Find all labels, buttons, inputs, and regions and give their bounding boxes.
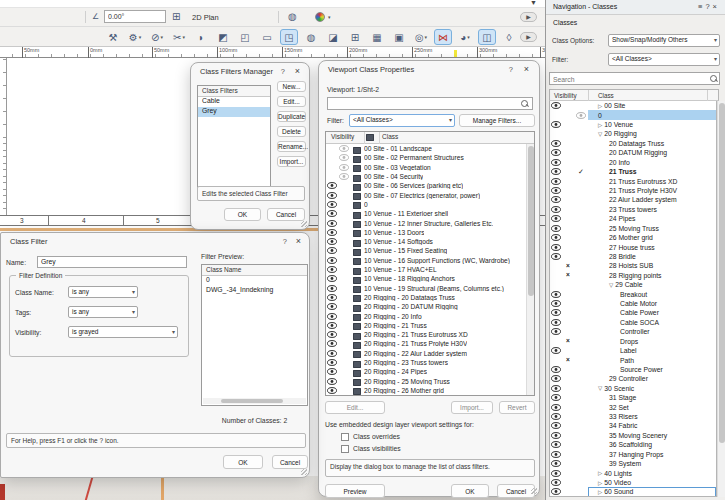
preview-class-item[interactable]: DWG_-34_Inndekning <box>202 286 307 296</box>
class-row[interactable]: 20 DATUM Rigging <box>550 148 716 157</box>
close-icon[interactable]: × <box>296 236 301 246</box>
render-style-caret-icon[interactable]: ▾ <box>328 14 331 20</box>
close-icon[interactable]: × <box>524 64 529 74</box>
class-label[interactable]: 21 Truss Eurotruss XD <box>588 176 716 185</box>
cancel-button[interactable]: Cancel <box>497 484 535 498</box>
delete-button[interactable]: Delete <box>277 126 306 137</box>
render-style-icon[interactable] <box>315 12 325 22</box>
visibility-eye-icon[interactable] <box>550 375 562 382</box>
monitor-clock-icon[interactable]: ◫ <box>478 29 496 45</box>
class-row[interactable]: Cable Motor <box>550 299 716 308</box>
class-label[interactable]: 35 Moving Scenery <box>588 431 716 440</box>
visibility-eye-icon[interactable] <box>550 206 562 213</box>
duplicate-button[interactable]: Duplicate <box>277 111 306 122</box>
toolbar-collapse-icon[interactable]: ▼ <box>530 0 537 6</box>
dialog-title[interactable]: Class Filter <box>1 233 309 249</box>
invisible-x-icon[interactable]: × <box>562 337 574 345</box>
visibility-eye-icon[interactable] <box>326 322 338 329</box>
ok-button[interactable]: OK <box>223 455 263 469</box>
class-row[interactable]: ▽20 Rigging <box>550 129 716 138</box>
class-row[interactable]: 28 Bridle <box>550 252 716 261</box>
class-label[interactable]: Cable Motor <box>588 299 716 308</box>
class-row[interactable]: ▽29 Cable <box>550 280 716 289</box>
visibility-eye-icon[interactable] <box>550 470 562 477</box>
class-row[interactable]: 33 Risers <box>550 412 716 421</box>
visibility-eye-icon[interactable] <box>550 488 562 495</box>
visibility-eye-icon[interactable] <box>550 253 562 260</box>
class-row[interactable]: 27 House truss <box>550 242 716 251</box>
class-label[interactable]: 39 System <box>588 459 716 468</box>
visibility-eye-icon[interactable] <box>550 385 562 392</box>
dialog-title[interactable]: Class Filters Manager <box>191 63 309 79</box>
visibility-eye-icon[interactable] <box>326 220 338 227</box>
visibility-eye-icon[interactable] <box>326 247 338 254</box>
import-button[interactable]: Import... <box>451 401 493 414</box>
edit-button[interactable]: Edit... <box>325 401 385 414</box>
class-row[interactable]: Controller <box>550 327 716 336</box>
visibility-eye-icon[interactable] <box>550 178 562 185</box>
class-label[interactable]: 20 DATUM Rigging <box>588 148 716 157</box>
class-row[interactable]: Label <box>550 346 716 355</box>
visibility-eye-icon[interactable] <box>326 378 338 385</box>
visibility-eye-icon[interactable] <box>550 479 562 486</box>
class-label[interactable]: 28 Rigging points <box>588 271 716 280</box>
visibility-eye-icon[interactable] <box>550 432 562 439</box>
class-row[interactable]: 21 Truss Prolyte H30V <box>550 186 716 195</box>
class-row[interactable]: ▷10 Venue <box>550 120 716 129</box>
class-label[interactable]: ▷00 Site <box>588 101 716 110</box>
class-tree-list[interactable]: ▷00 Site0▷10 Venue▽20 Rigging20 Datatags… <box>549 101 717 497</box>
tab-classes[interactable]: Classes <box>553 19 577 26</box>
class-row[interactable]: Breakout <box>550 289 716 298</box>
visibility-eye-icon[interactable] <box>326 359 338 366</box>
class-row[interactable]: 21 Truss Eurotruss XD <box>550 176 716 185</box>
class-label[interactable]: ▽29 Cable <box>588 280 716 289</box>
visibility-eye-icon[interactable] <box>550 460 562 467</box>
rotation-angle-input[interactable] <box>104 10 166 23</box>
class-row[interactable]: ×28 Rigging points <box>550 271 716 280</box>
class-label[interactable]: 23 Truss towers <box>588 205 716 214</box>
visibility-condition-dropdown[interactable]: is grayed▾ <box>68 326 178 338</box>
nav-filter-dropdown[interactable]: <All Classes>▾ <box>608 53 720 66</box>
visibility-dim-icon[interactable] <box>338 145 350 152</box>
visibility-eye-icon[interactable] <box>326 294 338 301</box>
toolbar-overflow-icon[interactable]: ▶ <box>520 12 537 22</box>
class-label[interactable]: 29 Controller <box>588 374 716 383</box>
class-label[interactable]: Breakout <box>588 289 716 298</box>
class-row[interactable]: 20 Info <box>550 158 716 167</box>
filter-name-input[interactable]: Grey <box>37 256 187 268</box>
class-row[interactable]: ▷40 Lights <box>550 468 716 477</box>
class-row[interactable]: ▽30 Scenic <box>550 384 716 393</box>
ok-button[interactable]: OK <box>451 484 489 498</box>
rectangle-tool-icon[interactable]: ▭ <box>258 29 276 45</box>
pen-circle-icon[interactable]: ◎▾ <box>412 29 430 45</box>
class-label[interactable]: Cable Power <box>588 308 716 317</box>
resize-grip[interactable] <box>301 469 307 475</box>
visibility-eye-icon[interactable] <box>550 319 562 326</box>
class-row[interactable]: 23 Truss towers <box>550 205 716 214</box>
visibility-eye-icon[interactable] <box>550 121 562 128</box>
close-icon[interactable]: × <box>713 2 720 11</box>
visibility-eye-icon[interactable] <box>550 187 562 194</box>
clip-cube-icon[interactable]: ⊘▾ <box>148 29 166 45</box>
invisible-x-icon[interactable]: × <box>562 356 574 364</box>
crop-tool-icon[interactable]: ✂▾ <box>170 29 188 45</box>
visibility-eye-icon[interactable] <box>550 225 562 232</box>
class-label[interactable]: ▽30 Scenic <box>588 384 716 393</box>
visibility-eye-icon[interactable] <box>326 368 338 375</box>
visibility-eye-icon[interactable] <box>550 196 562 203</box>
active-mark-icon[interactable] <box>574 112 588 119</box>
grid-plan-icon[interactable]: ⊞ <box>172 11 180 22</box>
visibility-eye-icon[interactable] <box>326 182 338 189</box>
leaf-tool-icon[interactable]: ◗ <box>192 29 210 45</box>
ok-button[interactable]: OK <box>224 208 261 221</box>
invisible-x-icon[interactable]: × <box>562 271 574 279</box>
class-label[interactable]: 24 Pipes <box>588 214 716 223</box>
class-label[interactable]: 20 Info <box>588 158 716 167</box>
class-name-condition-dropdown[interactable]: is any▾ <box>68 286 138 298</box>
help-icon[interactable]: ? <box>509 65 513 74</box>
expand-closed-icon[interactable]: ▷ <box>598 122 602 128</box>
vertical-scrollbar[interactable] <box>526 144 534 395</box>
class-label[interactable]: Label <box>588 346 716 355</box>
visibility-eye-icon[interactable] <box>550 309 562 316</box>
preview-button[interactable]: Preview <box>325 484 385 498</box>
